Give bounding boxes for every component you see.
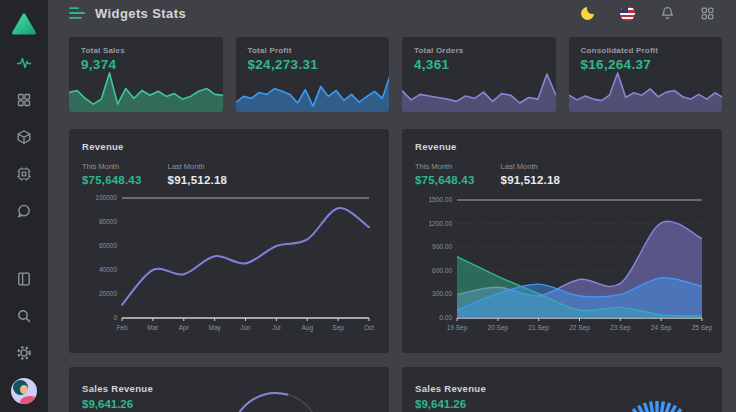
sidebar-item-messages[interactable] — [0, 192, 48, 229]
svg-text:Mar: Mar — [147, 324, 159, 331]
svg-text:Jul: Jul — [272, 324, 281, 331]
stat-label: Total Sales — [81, 46, 211, 55]
search-icon — [16, 308, 32, 324]
svg-text:Aug: Aug — [301, 324, 313, 332]
svg-text:24 Sep: 24 Sep — [651, 324, 672, 332]
svg-text:22 Sep: 22 Sep — [569, 324, 590, 332]
sparkline-chart — [69, 67, 223, 112]
us-flag-icon — [620, 6, 635, 21]
dark-mode-toggle[interactable] — [574, 0, 600, 26]
package-box-icon — [16, 129, 32, 145]
svg-text:20 Sep: 20 Sep — [488, 324, 509, 332]
app-logo[interactable] — [11, 4, 37, 44]
sales-revenue-panel-right: Sales Revenue $9,641.26 — [402, 367, 722, 412]
revenue-summary: This Month $75,648.43 Last Month $91,512… — [415, 162, 709, 186]
sidebar-item-settings[interactable] — [0, 334, 48, 371]
last-month-value: $91,512.18 — [501, 174, 561, 186]
sales-revenue-row: Sales Revenue $9,641.26 Sales Revenue $9… — [69, 367, 722, 412]
sidebar-item-system[interactable] — [0, 155, 48, 192]
svg-text:1500.00: 1500.00 — [429, 196, 453, 203]
sidebar-item-activity[interactable] — [0, 44, 48, 81]
last-month-label: Last Month — [501, 162, 561, 171]
sidebar-item-packages[interactable] — [0, 118, 48, 155]
last-month-block: Last Month $91,512.18 — [501, 162, 561, 186]
svg-text:1200.00: 1200.00 — [429, 220, 453, 227]
svg-text:0: 0 — [113, 314, 117, 321]
layout-panel-icon — [16, 271, 32, 287]
revenue-summary: This Month $75,648.43 Last Month $91,512… — [82, 162, 376, 186]
svg-text:May: May — [208, 324, 221, 332]
bell-icon — [660, 5, 675, 21]
revenue-panel-daily: Revenue This Month $75,648.43 Last Month… — [402, 129, 722, 353]
svg-text:80000: 80000 — [99, 218, 117, 225]
svg-text:20000: 20000 — [99, 290, 117, 297]
revenue-row: Revenue This Month $75,648.43 Last Month… — [69, 129, 722, 353]
donut-gauge-chart — [221, 379, 331, 412]
panel-title: Revenue — [415, 141, 709, 152]
activity-icon — [16, 55, 32, 71]
revenue-panel-monthly: Revenue This Month $75,648.43 Last Month… — [69, 129, 389, 353]
dashboard-content: Total Sales 9,374 Total Profit $24,273.3… — [48, 26, 736, 412]
last-month-label: Last Month — [168, 162, 228, 171]
svg-text:23 Sep: 23 Sep — [610, 324, 631, 332]
language-selector[interactable] — [614, 0, 640, 26]
cpu-chip-icon — [16, 166, 32, 182]
stat-label: Total Orders — [414, 46, 544, 55]
avatar-face — [20, 385, 28, 394]
sidebar-item-widgets[interactable] — [0, 81, 48, 118]
last-month-value: $91,512.18 — [168, 174, 228, 186]
menu-toggle-icon[interactable] — [69, 6, 85, 20]
top-header: Widgets Stats — [48, 0, 736, 26]
apps-menu-button[interactable] — [694, 0, 720, 26]
chat-bubble-icon — [16, 203, 32, 219]
page-title: Widgets Stats — [95, 6, 186, 21]
revenue-area-chart: 0.00300.00600.00900.001200.001500.0019 S… — [415, 190, 707, 340]
sidebar-item-search[interactable] — [0, 297, 48, 334]
svg-text:25 Sep: 25 Sep — [692, 324, 713, 332]
sales-revenue-panel-left: Sales Revenue $9,641.26 — [69, 367, 389, 412]
sparkline-chart — [236, 67, 390, 112]
last-month-block: Last Month $91,512.18 — [168, 162, 228, 186]
stat-label: Consolidated Profit — [581, 46, 711, 55]
revenue-line-chart: 020000400006000080000100000FebMarAprMayJ… — [82, 190, 374, 340]
sparkline-chart — [569, 67, 723, 112]
svg-text:Jun: Jun — [240, 324, 251, 331]
panel-title: Revenue — [82, 141, 376, 152]
svg-text:0.00: 0.00 — [439, 314, 452, 321]
radial-gauge-chart — [597, 379, 717, 412]
svg-text:300.00: 300.00 — [432, 290, 452, 297]
this-month-label: This Month — [82, 162, 142, 171]
triangle-logo-icon — [11, 12, 37, 36]
header-actions — [574, 0, 720, 26]
sidebar — [0, 0, 48, 412]
sparkline-chart — [402, 67, 556, 112]
svg-text:900.00: 900.00 — [432, 243, 452, 250]
sidebar-item-layout[interactable] — [0, 260, 48, 297]
svg-text:19 Sep: 19 Sep — [447, 324, 468, 332]
svg-text:Apr: Apr — [179, 324, 190, 332]
avatar-body — [20, 396, 37, 404]
this-month-label: This Month — [415, 162, 475, 171]
card-consolidated-profit[interactable]: Consolidated Profit $16,264.37 — [569, 37, 723, 112]
svg-text:Feb: Feb — [116, 324, 128, 331]
stat-cards-row: Total Sales 9,374 Total Profit $24,273.3… — [69, 37, 722, 112]
moon-icon — [581, 7, 594, 20]
user-avatar[interactable] — [11, 378, 37, 404]
this-month-value: $75,648.43 — [82, 174, 142, 186]
svg-text:40000: 40000 — [99, 266, 117, 273]
this-month-value: $75,648.43 — [415, 174, 475, 186]
widgets-grid-icon — [16, 92, 32, 108]
svg-text:21 Sep: 21 Sep — [528, 324, 549, 332]
card-total-orders[interactable]: Total Orders 4,361 — [402, 37, 556, 112]
this-month-block: This Month $75,648.43 — [82, 162, 142, 186]
card-total-sales[interactable]: Total Sales 9,374 — [69, 37, 223, 112]
svg-text:600.00: 600.00 — [432, 267, 452, 274]
this-month-block: This Month $75,648.43 — [415, 162, 475, 186]
svg-text:Sep: Sep — [332, 324, 344, 332]
svg-text:60000: 60000 — [99, 242, 117, 249]
apps-grid-icon — [700, 6, 715, 21]
svg-text:Oct: Oct — [364, 324, 374, 331]
card-total-profit[interactable]: Total Profit $24,273.31 — [236, 37, 390, 112]
gear-icon — [16, 345, 32, 361]
notifications-button[interactable] — [654, 0, 680, 26]
